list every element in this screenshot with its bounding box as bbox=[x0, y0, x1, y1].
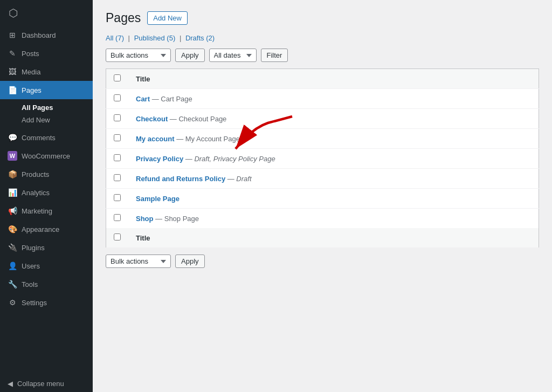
sidebar-item-posts[interactable]: ✎ Posts bbox=[0, 44, 93, 63]
row-checkbox[interactable] bbox=[114, 94, 121, 101]
table-row: My account — My Account Page bbox=[106, 129, 539, 149]
title-column-header: Title bbox=[128, 69, 539, 89]
row-title-cell: Refund and Returns Policy — Draft bbox=[128, 169, 539, 189]
row-title-cell: My account — My Account Page bbox=[128, 129, 539, 149]
page-meta-text: — Draft, Privacy Policy Page bbox=[183, 155, 275, 163]
sidebar-item-plugins[interactable]: 🔌 Plugins bbox=[0, 238, 93, 257]
select-all-header bbox=[106, 69, 129, 89]
sidebar-item-dashboard[interactable]: ⊞ Dashboard bbox=[0, 26, 93, 44]
page-title-link[interactable]: My account bbox=[136, 135, 175, 143]
collapse-icon: ◀ bbox=[8, 380, 13, 388]
row-title-cell: Privacy Policy — Draft, Privacy Policy P… bbox=[128, 149, 539, 169]
row-checkbox[interactable] bbox=[114, 174, 121, 181]
top-toolbar: Bulk actions Edit Move to Trash Apply Al… bbox=[106, 49, 539, 62]
sidebar-item-products[interactable]: 📦 Products bbox=[0, 165, 93, 183]
bottom-toolbar: Bulk actions Edit Move to Trash Apply bbox=[106, 255, 539, 268]
page-meta-text: — Shop Page bbox=[154, 215, 199, 223]
sidebar-item-label: Settings bbox=[22, 299, 47, 307]
collapse-menu[interactable]: ◀ Collapse menu bbox=[0, 375, 93, 392]
row-checkbox-cell bbox=[106, 209, 129, 229]
title-column-footer: Title bbox=[128, 228, 539, 248]
pages-table: Title Cart — Cart PageCheckout — Checkou… bbox=[106, 68, 539, 248]
table-header-row: Title bbox=[106, 69, 539, 89]
date-filter-select[interactable]: All dates bbox=[209, 49, 257, 62]
sidebar: ⬡ ⊞ Dashboard ✎ Posts 🖼 Media 📄 Pages Al… bbox=[0, 0, 93, 392]
wp-logo: ⬡ bbox=[0, 0, 93, 26]
sidebar-sub-item-all-pages[interactable]: All Pages bbox=[8, 101, 93, 114]
table-footer-row: Title bbox=[106, 228, 539, 248]
sidebar-item-marketing[interactable]: 📢 Marketing bbox=[0, 202, 93, 220]
sidebar-item-label: Plugins bbox=[22, 244, 45, 252]
bulk-actions-bottom-select[interactable]: Bulk actions Edit Move to Trash bbox=[106, 255, 171, 268]
sidebar-item-pages[interactable]: 📄 Pages bbox=[0, 81, 93, 99]
row-checkbox-cell bbox=[106, 189, 129, 209]
page-title-link[interactable]: Privacy Policy bbox=[136, 155, 183, 163]
bulk-actions-select[interactable]: Bulk actions Edit Move to Trash bbox=[106, 49, 171, 62]
table-row: Sample Page bbox=[106, 189, 539, 209]
row-checkbox[interactable] bbox=[114, 214, 121, 221]
sidebar-item-analytics[interactable]: 📊 Analytics bbox=[0, 183, 93, 202]
row-checkbox[interactable] bbox=[114, 114, 121, 121]
sidebar-item-label: Media bbox=[22, 68, 40, 76]
sidebar-item-label: WooCommerce bbox=[22, 152, 70, 160]
page-title: Pages bbox=[106, 11, 141, 25]
marketing-icon: 📢 bbox=[8, 206, 17, 216]
table-row: Checkout — Checkout Page bbox=[106, 109, 539, 129]
row-checkbox[interactable] bbox=[114, 154, 121, 161]
sidebar-item-label: Dashboard bbox=[22, 31, 56, 39]
media-icon: 🖼 bbox=[8, 67, 17, 77]
sidebar-item-comments[interactable]: 💬 Comments bbox=[0, 128, 93, 147]
plugins-icon: 🔌 bbox=[8, 243, 17, 252]
page-title-link[interactable]: Checkout bbox=[136, 115, 168, 123]
sidebar-item-appearance[interactable]: 🎨 Appearance bbox=[0, 220, 93, 238]
page-title-link[interactable]: Sample Page bbox=[136, 195, 180, 203]
settings-icon: ⚙ bbox=[8, 298, 17, 307]
products-icon: 📦 bbox=[8, 169, 17, 179]
row-title-cell: Cart — Cart Page bbox=[128, 89, 539, 109]
pages-icon: 📄 bbox=[8, 85, 17, 95]
filter-button[interactable]: Filter bbox=[261, 49, 288, 62]
sidebar-item-users[interactable]: 👤 Users bbox=[0, 257, 93, 275]
sidebar-item-woocommerce[interactable]: W WooCommerce bbox=[0, 147, 93, 165]
page-meta-text: — My Account Page bbox=[175, 135, 240, 143]
sidebar-item-label: Posts bbox=[22, 50, 39, 58]
apply-bottom-button[interactable]: Apply bbox=[175, 255, 205, 268]
table-row: Privacy Policy — Draft, Privacy Policy P… bbox=[106, 149, 539, 169]
select-all-checkbox[interactable] bbox=[114, 74, 121, 81]
row-title-cell: Checkout — Checkout Page bbox=[128, 109, 539, 129]
sidebar-item-label: Users bbox=[22, 262, 40, 270]
page-meta-text: — Checkout Page bbox=[168, 115, 226, 123]
collapse-label: Collapse menu bbox=[17, 380, 64, 388]
row-checkbox-cell bbox=[106, 169, 129, 189]
sidebar-item-label: Products bbox=[22, 170, 49, 178]
page-title-link[interactable]: Shop bbox=[136, 215, 154, 223]
filter-drafts-link[interactable]: Drafts (2) bbox=[185, 34, 215, 42]
row-checkbox[interactable] bbox=[114, 134, 121, 141]
row-checkbox-cell bbox=[106, 109, 129, 129]
filter-all-link[interactable]: All (7) bbox=[106, 34, 124, 42]
sidebar-item-label: Analytics bbox=[22, 189, 50, 197]
sidebar-item-label: Marketing bbox=[22, 207, 52, 215]
users-icon: 👤 bbox=[8, 261, 17, 271]
sidebar-sub-item-add-new[interactable]: Add New bbox=[8, 114, 93, 126]
main-content: Pages Add New All (7) | Published (5) | … bbox=[93, 0, 552, 392]
add-new-button[interactable]: Add New bbox=[147, 11, 188, 25]
page-title-link[interactable]: Cart bbox=[136, 95, 150, 103]
page-title-link[interactable]: Refund and Returns Policy bbox=[136, 175, 225, 183]
filter-published-link[interactable]: Published (5) bbox=[134, 34, 176, 42]
sidebar-item-label: Comments bbox=[22, 134, 56, 142]
row-title-cell: Sample Page bbox=[128, 189, 539, 209]
sidebar-item-label: Pages bbox=[22, 86, 42, 94]
table-row: Shop — Shop Page bbox=[106, 209, 539, 229]
analytics-icon: 📊 bbox=[8, 188, 17, 197]
apply-button[interactable]: Apply bbox=[175, 49, 205, 62]
sidebar-item-settings[interactable]: ⚙ Settings bbox=[0, 293, 93, 312]
sidebar-item-media[interactable]: 🖼 Media bbox=[0, 63, 93, 81]
table-row: Cart — Cart Page bbox=[106, 89, 539, 109]
comments-icon: 💬 bbox=[8, 133, 17, 142]
sidebar-item-tools[interactable]: 🔧 Tools bbox=[0, 275, 93, 293]
select-all-footer-checkbox[interactable] bbox=[114, 233, 121, 240]
posts-icon: ✎ bbox=[8, 49, 17, 58]
row-checkbox[interactable] bbox=[114, 194, 121, 201]
tools-icon: 🔧 bbox=[8, 279, 17, 289]
